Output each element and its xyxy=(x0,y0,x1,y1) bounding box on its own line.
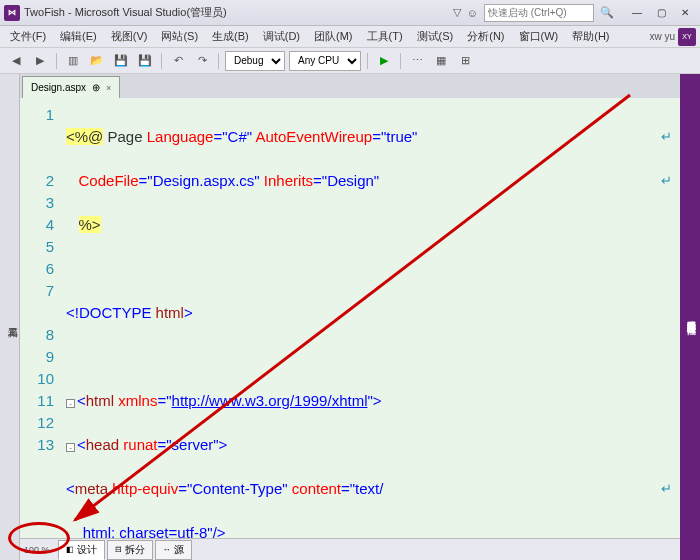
menu-team[interactable]: 团队(M) xyxy=(308,27,359,46)
undo-button[interactable]: ↶ xyxy=(168,51,188,71)
split-view-tab[interactable]: ⊟拆分 xyxy=(107,540,153,560)
user-avatar[interactable]: XY xyxy=(678,28,696,46)
menu-help[interactable]: 帮助(H) xyxy=(566,27,615,46)
right-panel-rail[interactable]: 解决方案资源管理器 团队资源管理器 属性 xyxy=(680,74,700,560)
wrap-icon: ↵ xyxy=(661,126,672,148)
tab-pin-icon[interactable]: ⊕ xyxy=(92,82,100,93)
tab-label: Design.aspx xyxy=(31,82,86,93)
start-button[interactable]: ▶ xyxy=(374,51,394,71)
window-title: TwoFish - Microsoft Visual Studio(管理员) xyxy=(24,5,453,20)
user-name[interactable]: xw yu xyxy=(649,31,675,42)
redo-button[interactable]: ↷ xyxy=(192,51,212,71)
design-view-tab[interactable]: ◧设计 xyxy=(58,540,105,560)
menu-website[interactable]: 网站(S) xyxy=(155,27,204,46)
menu-edit[interactable]: 编辑(E) xyxy=(54,27,103,46)
close-button[interactable]: ✕ xyxy=(674,5,696,21)
menu-bar: 文件(F) 编辑(E) 视图(V) 网站(S) 生成(B) 调试(D) 团队(M… xyxy=(0,26,700,48)
source-view-tab[interactable]: ↔源 xyxy=(155,540,192,560)
save-button[interactable]: 💾 xyxy=(111,51,131,71)
config-select[interactable]: Debug xyxy=(225,51,285,71)
tab-close-icon[interactable]: × xyxy=(106,83,111,93)
wrap-icon: ↵ xyxy=(661,478,672,500)
toolbar: ◀ ▶ ▥ 📂 💾 💾 ↶ ↷ Debug Any CPU ▶ ⋯ ▦ ⊞ xyxy=(0,48,700,74)
menu-debug[interactable]: 调试(D) xyxy=(257,27,306,46)
menu-build[interactable]: 生成(B) xyxy=(206,27,255,46)
vs-logo-icon: ⋈ xyxy=(4,5,20,21)
minimize-button[interactable]: — xyxy=(626,5,648,21)
nav-fwd-button[interactable]: ▶ xyxy=(30,51,50,71)
toolbox-rail[interactable]: 工具箱 xyxy=(0,74,20,560)
tab-design-aspx[interactable]: Design.aspx ⊕ × xyxy=(22,76,120,98)
feedback-icon[interactable]: ☺ xyxy=(467,7,478,19)
menu-test[interactable]: 测试(S) xyxy=(411,27,460,46)
wrap-icon: ↵ xyxy=(661,170,672,192)
search-icon[interactable]: 🔍 xyxy=(600,6,614,19)
menu-analyze[interactable]: 分析(N) xyxy=(461,27,510,46)
quick-launch-input[interactable] xyxy=(484,4,594,22)
document-tabbar: Design.aspx ⊕ × xyxy=(20,74,680,98)
nav-back-button[interactable]: ◀ xyxy=(6,51,26,71)
menu-tools[interactable]: 工具(T) xyxy=(361,27,409,46)
save-all-button[interactable]: 💾 xyxy=(135,51,155,71)
open-button[interactable]: 📂 xyxy=(87,51,107,71)
designer-tabbar: 100 % ◧设计 ⊟拆分 ↔源 xyxy=(20,538,680,560)
line-gutter: 12 3456 789 10111213 xyxy=(20,98,60,538)
code-body[interactable]: <%@ Page Language="C#" AutoEventWireup="… xyxy=(60,98,680,538)
browser-button[interactable]: ⋯ xyxy=(407,51,427,71)
menu-view[interactable]: 视图(V) xyxy=(105,27,154,46)
fold-icon[interactable]: - xyxy=(66,443,75,452)
menu-file[interactable]: 文件(F) xyxy=(4,27,52,46)
restore-button[interactable]: ▢ xyxy=(650,5,672,21)
zoom-level[interactable]: 100 % xyxy=(24,545,50,555)
platform-select[interactable]: Any CPU xyxy=(289,51,361,71)
tool-button-1[interactable]: ▦ xyxy=(431,51,451,71)
new-project-button[interactable]: ▥ xyxy=(63,51,83,71)
fold-icon[interactable]: - xyxy=(66,399,75,408)
menu-window[interactable]: 窗口(W) xyxy=(513,27,565,46)
code-editor[interactable]: 12 3456 789 10111213 <%@ Page Language="… xyxy=(20,98,680,538)
tool-button-2[interactable]: ⊞ xyxy=(455,51,475,71)
notification-icon[interactable]: ▽ xyxy=(453,6,461,19)
